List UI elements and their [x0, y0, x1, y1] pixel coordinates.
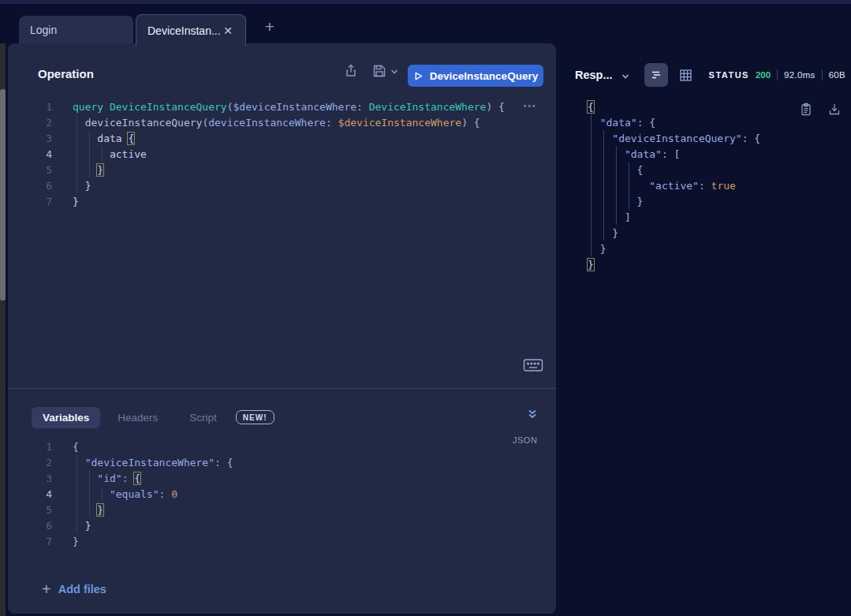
- code-line: 7}: [8, 533, 528, 549]
- code-line: 4 "equals": 0: [8, 486, 528, 502]
- line-number: 7: [8, 196, 52, 207]
- indent-guide: [89, 130, 90, 177]
- table-view-icon[interactable]: [674, 63, 698, 87]
- indent-guide: [629, 162, 629, 209]
- response-status-group: STATUS 200 92.0ms 60B: [709, 69, 845, 80]
- indent-guide: [77, 114, 77, 193]
- status-code-badge: 200: [756, 70, 771, 80]
- line-number: 2: [8, 457, 52, 469]
- run-operation-button[interactable]: DeviceInstanceQuery: [408, 65, 543, 87]
- line-number: 3: [8, 472, 52, 484]
- indent-guide: [603, 130, 604, 241]
- code-line: ]: [588, 209, 840, 225]
- window-scrollbar-track[interactable]: [0, 43, 6, 616]
- response-actions: [799, 102, 842, 116]
- request-panel-divider: [8, 388, 556, 389]
- line-number: 5: [8, 504, 52, 516]
- script-new-badge: NEW!: [236, 410, 274, 424]
- response-size: 60B: [829, 70, 845, 80]
- code-line: 2 "deviceInstanceWhere": {: [8, 454, 528, 470]
- operation-editor[interactable]: 1query DeviceInstanceQuery($deviceInstan…: [8, 99, 528, 209]
- code-line: }: [588, 256, 840, 272]
- copy-response-clipboard-icon[interactable]: [799, 102, 813, 116]
- response-title[interactable]: Resp...: [575, 69, 613, 81]
- plus-icon: +: [42, 582, 51, 596]
- keyboard-shortcuts-icon[interactable]: [523, 358, 543, 372]
- tab-device-instance-query[interactable]: DeviceInstan... ✕: [136, 14, 246, 46]
- code-line: "data": {: [588, 114, 840, 130]
- response-panel: Resp... STATUS 200 92.0ms 60B { "data": …: [556, 43, 851, 616]
- line-number: 4: [8, 488, 52, 500]
- meta-separator: [777, 69, 778, 80]
- code-line: }: [588, 225, 840, 241]
- meta-separator: [822, 69, 823, 80]
- line-number: 5: [8, 164, 52, 176]
- line-number: 1: [8, 441, 52, 453]
- window-scrollbar-thumb[interactable]: [0, 89, 6, 301]
- add-files-button[interactable]: + Add files: [42, 582, 106, 596]
- code-line: 7}: [8, 193, 528, 209]
- collapse-section-double-chevron-icon[interactable]: [525, 407, 539, 421]
- tab-login[interactable]: Login: [19, 16, 133, 44]
- tab-headers[interactable]: Headers: [106, 407, 169, 428]
- indent-guide: [89, 470, 90, 517]
- code-line: 6 }: [8, 517, 528, 533]
- run-operation-label: DeviceInstanceQuery: [430, 70, 538, 82]
- code-line: }: [588, 241, 840, 256]
- request-tabs: Variables Headers Script NEW!: [32, 405, 274, 429]
- indent-guide: [102, 146, 103, 177]
- code-line: {: [588, 162, 840, 177]
- indent-guide: [591, 114, 592, 256]
- response-time: 92.0ms: [784, 70, 816, 80]
- code-line: "data": [: [588, 146, 840, 162]
- close-tab-icon[interactable]: ✕: [222, 24, 234, 37]
- code-line: "active": true: [588, 177, 840, 193]
- variables-editor[interactable]: 1{2 "deviceInstanceWhere": {3 "id": {4 "…: [8, 439, 528, 549]
- line-number: 2: [8, 117, 52, 129]
- tab-device-instance-query-label: DeviceInstan...: [147, 24, 221, 37]
- line-number: 4: [8, 148, 52, 160]
- tab-variables[interactable]: Variables: [32, 407, 100, 428]
- code-line: 4 active: [8, 146, 528, 162]
- code-line: 5 }: [8, 502, 528, 517]
- code-line: 2 deviceInstanceQuery(deviceInstanceWher…: [8, 114, 528, 130]
- response-header: Resp... STATUS 200 92.0ms 60B: [575, 63, 845, 87]
- code-line: "deviceInstanceQuery": {: [588, 130, 840, 146]
- line-number: 3: [8, 133, 52, 144]
- indent-guide: [102, 486, 103, 517]
- play-icon: [413, 71, 424, 81]
- code-line: }: [588, 193, 840, 209]
- new-tab-button[interactable]: +: [260, 17, 279, 36]
- indent-guide: [616, 146, 617, 225]
- status-label: STATUS: [709, 70, 749, 80]
- request-panel: Operation DeviceInstanceQuery 1query Dev…: [8, 43, 556, 614]
- line-number: 1: [8, 101, 52, 113]
- code-line: 3 "id": {: [8, 470, 528, 486]
- operation-panel-title: Operation: [38, 67, 94, 80]
- response-dropdown-chevron-icon[interactable]: [621, 70, 630, 80]
- download-response-icon[interactable]: [827, 102, 842, 116]
- tab-script[interactable]: Script: [178, 407, 228, 428]
- response-json-viewer[interactable]: { "data": { "deviceInstanceQuery": { "da…: [588, 99, 840, 272]
- code-line: 3 data {: [8, 130, 528, 146]
- code-line: 6 }: [8, 177, 528, 193]
- save-options-chevron-icon[interactable]: [390, 67, 399, 77]
- tab-login-label: Login: [30, 24, 57, 36]
- add-files-label: Add files: [58, 583, 106, 595]
- window-top-strip: [0, 0, 851, 4]
- share-icon[interactable]: [342, 62, 360, 80]
- code-line: 5 }: [8, 162, 528, 177]
- line-number: 6: [8, 180, 52, 192]
- operation-overflow-menu-icon[interactable]: •••: [524, 102, 537, 110]
- line-number: 7: [8, 536, 52, 547]
- line-number: 6: [8, 520, 52, 532]
- indent-guide: [77, 454, 77, 533]
- save-icon[interactable]: [371, 62, 388, 80]
- formatted-view-icon[interactable]: [644, 63, 668, 87]
- code-line: 1query DeviceInstanceQuery($deviceInstan…: [8, 99, 528, 114]
- code-line: 1{: [8, 439, 528, 454]
